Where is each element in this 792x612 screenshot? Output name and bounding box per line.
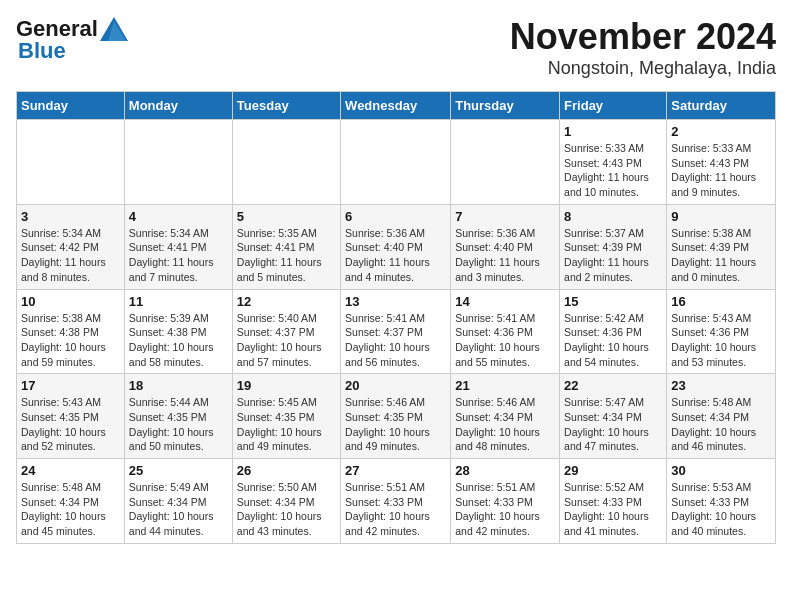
calendar-header-row: Sunday Monday Tuesday Wednesday Thursday… bbox=[17, 92, 776, 120]
day-number: 30 bbox=[671, 463, 771, 478]
calendar-cell: 29Sunrise: 5:52 AM Sunset: 4:33 PM Dayli… bbox=[560, 459, 667, 544]
day-info: Sunrise: 5:43 AM Sunset: 4:35 PM Dayligh… bbox=[21, 395, 120, 454]
day-number: 23 bbox=[671, 378, 771, 393]
day-number: 10 bbox=[21, 294, 120, 309]
calendar-cell: 7Sunrise: 5:36 AM Sunset: 4:40 PM Daylig… bbox=[451, 204, 560, 289]
day-info: Sunrise: 5:52 AM Sunset: 4:33 PM Dayligh… bbox=[564, 480, 662, 539]
col-wednesday: Wednesday bbox=[341, 92, 451, 120]
day-number: 26 bbox=[237, 463, 336, 478]
day-info: Sunrise: 5:34 AM Sunset: 4:41 PM Dayligh… bbox=[129, 226, 228, 285]
day-number: 25 bbox=[129, 463, 228, 478]
calendar-table: Sunday Monday Tuesday Wednesday Thursday… bbox=[16, 91, 776, 544]
calendar-cell: 26Sunrise: 5:50 AM Sunset: 4:34 PM Dayli… bbox=[232, 459, 340, 544]
day-info: Sunrise: 5:50 AM Sunset: 4:34 PM Dayligh… bbox=[237, 480, 336, 539]
calendar-cell: 24Sunrise: 5:48 AM Sunset: 4:34 PM Dayli… bbox=[17, 459, 125, 544]
day-number: 3 bbox=[21, 209, 120, 224]
day-info: Sunrise: 5:39 AM Sunset: 4:38 PM Dayligh… bbox=[129, 311, 228, 370]
day-info: Sunrise: 5:51 AM Sunset: 4:33 PM Dayligh… bbox=[455, 480, 555, 539]
day-info: Sunrise: 5:38 AM Sunset: 4:38 PM Dayligh… bbox=[21, 311, 120, 370]
day-info: Sunrise: 5:36 AM Sunset: 4:40 PM Dayligh… bbox=[345, 226, 446, 285]
page-title: November 2024 bbox=[510, 16, 776, 58]
day-info: Sunrise: 5:48 AM Sunset: 4:34 PM Dayligh… bbox=[21, 480, 120, 539]
calendar-cell: 3Sunrise: 5:34 AM Sunset: 4:42 PM Daylig… bbox=[17, 204, 125, 289]
calendar-cell: 18Sunrise: 5:44 AM Sunset: 4:35 PM Dayli… bbox=[124, 374, 232, 459]
col-friday: Friday bbox=[560, 92, 667, 120]
title-block: November 2024 Nongstoin, Meghalaya, Indi… bbox=[510, 16, 776, 79]
day-info: Sunrise: 5:47 AM Sunset: 4:34 PM Dayligh… bbox=[564, 395, 662, 454]
day-info: Sunrise: 5:51 AM Sunset: 4:33 PM Dayligh… bbox=[345, 480, 446, 539]
col-saturday: Saturday bbox=[667, 92, 776, 120]
day-info: Sunrise: 5:41 AM Sunset: 4:37 PM Dayligh… bbox=[345, 311, 446, 370]
day-info: Sunrise: 5:33 AM Sunset: 4:43 PM Dayligh… bbox=[564, 141, 662, 200]
calendar-cell: 14Sunrise: 5:41 AM Sunset: 4:36 PM Dayli… bbox=[451, 289, 560, 374]
col-monday: Monday bbox=[124, 92, 232, 120]
calendar-week-3: 17Sunrise: 5:43 AM Sunset: 4:35 PM Dayli… bbox=[17, 374, 776, 459]
logo: General Blue bbox=[16, 16, 128, 64]
calendar-cell: 17Sunrise: 5:43 AM Sunset: 4:35 PM Dayli… bbox=[17, 374, 125, 459]
calendar-cell: 22Sunrise: 5:47 AM Sunset: 4:34 PM Dayli… bbox=[560, 374, 667, 459]
day-info: Sunrise: 5:46 AM Sunset: 4:35 PM Dayligh… bbox=[345, 395, 446, 454]
calendar-cell: 28Sunrise: 5:51 AM Sunset: 4:33 PM Dayli… bbox=[451, 459, 560, 544]
day-number: 8 bbox=[564, 209, 662, 224]
calendar-cell: 16Sunrise: 5:43 AM Sunset: 4:36 PM Dayli… bbox=[667, 289, 776, 374]
day-info: Sunrise: 5:45 AM Sunset: 4:35 PM Dayligh… bbox=[237, 395, 336, 454]
day-number: 2 bbox=[671, 124, 771, 139]
day-number: 9 bbox=[671, 209, 771, 224]
day-number: 13 bbox=[345, 294, 446, 309]
day-number: 19 bbox=[237, 378, 336, 393]
day-number: 28 bbox=[455, 463, 555, 478]
calendar-cell bbox=[232, 120, 340, 205]
calendar-week-2: 10Sunrise: 5:38 AM Sunset: 4:38 PM Dayli… bbox=[17, 289, 776, 374]
day-number: 7 bbox=[455, 209, 555, 224]
day-number: 22 bbox=[564, 378, 662, 393]
day-number: 20 bbox=[345, 378, 446, 393]
day-number: 11 bbox=[129, 294, 228, 309]
calendar-week-0: 1Sunrise: 5:33 AM Sunset: 4:43 PM Daylig… bbox=[17, 120, 776, 205]
calendar-cell bbox=[17, 120, 125, 205]
calendar-cell bbox=[124, 120, 232, 205]
calendar-cell: 20Sunrise: 5:46 AM Sunset: 4:35 PM Dayli… bbox=[341, 374, 451, 459]
calendar-cell: 2Sunrise: 5:33 AM Sunset: 4:43 PM Daylig… bbox=[667, 120, 776, 205]
calendar-cell: 4Sunrise: 5:34 AM Sunset: 4:41 PM Daylig… bbox=[124, 204, 232, 289]
calendar-cell: 10Sunrise: 5:38 AM Sunset: 4:38 PM Dayli… bbox=[17, 289, 125, 374]
calendar-cell: 1Sunrise: 5:33 AM Sunset: 4:43 PM Daylig… bbox=[560, 120, 667, 205]
calendar-week-1: 3Sunrise: 5:34 AM Sunset: 4:42 PM Daylig… bbox=[17, 204, 776, 289]
calendar-cell: 9Sunrise: 5:38 AM Sunset: 4:39 PM Daylig… bbox=[667, 204, 776, 289]
day-number: 5 bbox=[237, 209, 336, 224]
day-info: Sunrise: 5:48 AM Sunset: 4:34 PM Dayligh… bbox=[671, 395, 771, 454]
day-info: Sunrise: 5:33 AM Sunset: 4:43 PM Dayligh… bbox=[671, 141, 771, 200]
day-info: Sunrise: 5:46 AM Sunset: 4:34 PM Dayligh… bbox=[455, 395, 555, 454]
day-info: Sunrise: 5:49 AM Sunset: 4:34 PM Dayligh… bbox=[129, 480, 228, 539]
col-sunday: Sunday bbox=[17, 92, 125, 120]
day-info: Sunrise: 5:35 AM Sunset: 4:41 PM Dayligh… bbox=[237, 226, 336, 285]
calendar-cell bbox=[451, 120, 560, 205]
calendar-cell: 6Sunrise: 5:36 AM Sunset: 4:40 PM Daylig… bbox=[341, 204, 451, 289]
day-number: 12 bbox=[237, 294, 336, 309]
day-number: 6 bbox=[345, 209, 446, 224]
day-number: 14 bbox=[455, 294, 555, 309]
calendar-cell: 25Sunrise: 5:49 AM Sunset: 4:34 PM Dayli… bbox=[124, 459, 232, 544]
day-info: Sunrise: 5:53 AM Sunset: 4:33 PM Dayligh… bbox=[671, 480, 771, 539]
calendar-cell: 13Sunrise: 5:41 AM Sunset: 4:37 PM Dayli… bbox=[341, 289, 451, 374]
col-thursday: Thursday bbox=[451, 92, 560, 120]
day-number: 24 bbox=[21, 463, 120, 478]
day-info: Sunrise: 5:42 AM Sunset: 4:36 PM Dayligh… bbox=[564, 311, 662, 370]
day-number: 15 bbox=[564, 294, 662, 309]
calendar-cell: 21Sunrise: 5:46 AM Sunset: 4:34 PM Dayli… bbox=[451, 374, 560, 459]
calendar-cell: 15Sunrise: 5:42 AM Sunset: 4:36 PM Dayli… bbox=[560, 289, 667, 374]
day-number: 16 bbox=[671, 294, 771, 309]
calendar-cell: 11Sunrise: 5:39 AM Sunset: 4:38 PM Dayli… bbox=[124, 289, 232, 374]
calendar-cell: 12Sunrise: 5:40 AM Sunset: 4:37 PM Dayli… bbox=[232, 289, 340, 374]
col-tuesday: Tuesday bbox=[232, 92, 340, 120]
day-info: Sunrise: 5:44 AM Sunset: 4:35 PM Dayligh… bbox=[129, 395, 228, 454]
day-info: Sunrise: 5:37 AM Sunset: 4:39 PM Dayligh… bbox=[564, 226, 662, 285]
page-header: General Blue November 2024 Nongstoin, Me… bbox=[16, 16, 776, 79]
day-number: 18 bbox=[129, 378, 228, 393]
calendar-cell: 23Sunrise: 5:48 AM Sunset: 4:34 PM Dayli… bbox=[667, 374, 776, 459]
calendar-week-4: 24Sunrise: 5:48 AM Sunset: 4:34 PM Dayli… bbox=[17, 459, 776, 544]
day-info: Sunrise: 5:38 AM Sunset: 4:39 PM Dayligh… bbox=[671, 226, 771, 285]
day-number: 27 bbox=[345, 463, 446, 478]
calendar-cell: 19Sunrise: 5:45 AM Sunset: 4:35 PM Dayli… bbox=[232, 374, 340, 459]
day-number: 29 bbox=[564, 463, 662, 478]
calendar-cell: 8Sunrise: 5:37 AM Sunset: 4:39 PM Daylig… bbox=[560, 204, 667, 289]
